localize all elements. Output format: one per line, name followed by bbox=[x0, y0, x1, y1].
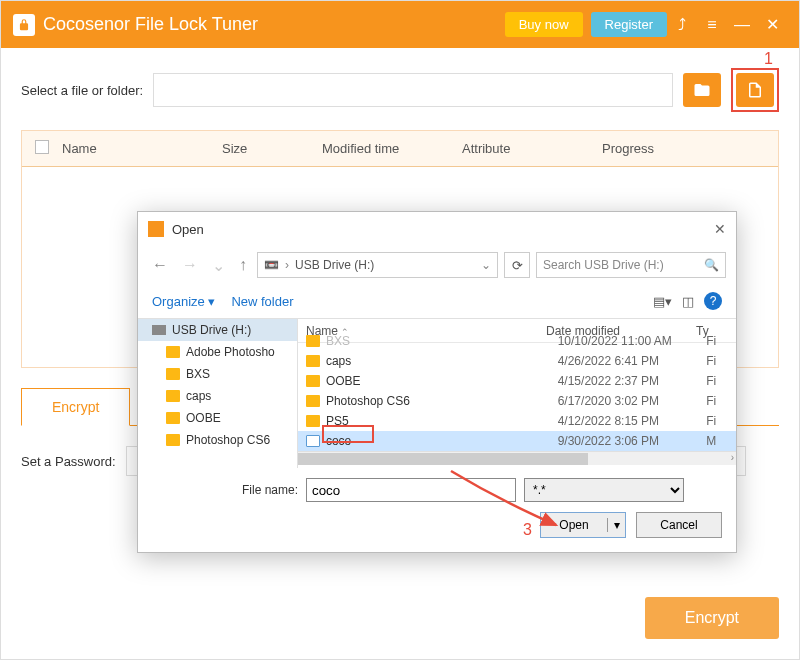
filename-label: File name: bbox=[242, 483, 298, 497]
menu-icon[interactable]: ≡ bbox=[697, 16, 727, 34]
tree-node[interactable]: USB Drive (H:) bbox=[138, 319, 297, 341]
dialog-close-icon[interactable]: ✕ bbox=[714, 221, 726, 237]
path-input[interactable] bbox=[153, 73, 673, 107]
file-row[interactable]: OOBE4/15/2022 2:37 PMFi bbox=[298, 371, 736, 391]
open-dialog: Open ✕ ← → ⌄ ↑ 📼› USB Drive (H:) ⌄ ⟳ Sea… bbox=[137, 211, 737, 553]
tree-node[interactable]: BXS bbox=[138, 363, 297, 385]
new-folder-button[interactable]: New folder bbox=[231, 294, 293, 309]
breadcrumb[interactable]: 📼› USB Drive (H:) ⌄ bbox=[257, 252, 498, 278]
dialog-icon bbox=[148, 221, 164, 237]
file-row[interactable]: coco9/30/2022 3:06 PMM bbox=[298, 431, 736, 451]
register-button[interactable]: Register bbox=[591, 12, 667, 37]
col-progress[interactable]: Progress bbox=[602, 141, 778, 156]
col-name[interactable]: Name bbox=[62, 141, 222, 156]
annotation-1: 1 bbox=[764, 50, 773, 68]
browse-file-highlight: 1 bbox=[731, 68, 779, 112]
search-input[interactable]: Search USB Drive (H:)🔍 bbox=[536, 252, 726, 278]
browse-folder-button[interactable] bbox=[683, 73, 721, 107]
tree-node[interactable]: caps bbox=[138, 385, 297, 407]
minimize-icon[interactable]: — bbox=[727, 16, 757, 34]
search-icon: 🔍 bbox=[704, 258, 719, 272]
buy-now-button[interactable]: Buy now bbox=[505, 12, 583, 37]
crumb-drive[interactable]: USB Drive (H:) bbox=[295, 258, 374, 272]
help-icon[interactable]: ? bbox=[704, 292, 722, 310]
file-row[interactable]: Photoshop CS66/17/2020 3:02 PMFi bbox=[298, 391, 736, 411]
tree-node[interactable]: Adobe Photosho bbox=[138, 341, 297, 363]
file-row[interactable]: caps4/26/2022 6:41 PMFi bbox=[298, 351, 736, 371]
browse-file-button[interactable] bbox=[736, 73, 774, 107]
nav-forward-icon[interactable]: → bbox=[178, 256, 202, 274]
organize-menu[interactable]: Organize ▾ bbox=[152, 294, 215, 309]
close-icon[interactable]: ✕ bbox=[757, 15, 787, 34]
tab-encrypt[interactable]: Encrypt bbox=[21, 388, 130, 426]
app-title: Cocosenor File Lock Tuner bbox=[43, 14, 497, 35]
encrypt-button[interactable]: Encrypt bbox=[645, 597, 779, 639]
app-logo bbox=[13, 14, 35, 36]
select-label: Select a file or folder: bbox=[21, 83, 143, 98]
file-row[interactable]: PS54/12/2022 8:15 PMFi bbox=[298, 411, 736, 431]
file-list[interactable]: Name ⌃ Date modified Ty BXS10/10/2022 11… bbox=[298, 319, 736, 468]
col-attribute[interactable]: Attribute bbox=[462, 141, 602, 156]
cancel-button[interactable]: Cancel bbox=[636, 512, 722, 538]
share-icon[interactable]: ⤴ bbox=[667, 16, 697, 34]
filter-select[interactable]: *.* bbox=[524, 478, 684, 502]
open-dropdown-icon[interactable]: ▾ bbox=[607, 518, 625, 532]
refresh-icon[interactable]: ⟳ bbox=[504, 252, 530, 278]
col-modified[interactable]: Modified time bbox=[322, 141, 462, 156]
nav-recent-icon[interactable]: ⌄ bbox=[208, 256, 229, 275]
open-button[interactable]: Open▾ bbox=[540, 512, 626, 538]
col-size[interactable]: Size bbox=[222, 141, 322, 156]
tree-node[interactable]: Photoshop CS6 bbox=[138, 429, 297, 451]
preview-icon[interactable]: ◫ bbox=[682, 294, 694, 309]
annotation-3: 3 bbox=[523, 521, 532, 539]
file-row[interactable]: BXS10/10/2022 11:00 AMFi bbox=[298, 331, 736, 351]
titlebar: Cocosenor File Lock Tuner Buy now Regist… bbox=[1, 1, 799, 48]
filename-input[interactable] bbox=[306, 478, 516, 502]
nav-up-icon[interactable]: ↑ bbox=[235, 256, 251, 274]
tree-node[interactable]: OOBE bbox=[138, 407, 297, 429]
select-all-checkbox[interactable] bbox=[35, 140, 49, 154]
view-icon[interactable]: ▤▾ bbox=[653, 294, 672, 309]
scrollbar-thumb[interactable] bbox=[298, 453, 588, 465]
nav-back-icon[interactable]: ← bbox=[148, 256, 172, 274]
horizontal-scrollbar[interactable]: › bbox=[298, 451, 736, 465]
dialog-title: Open bbox=[172, 222, 204, 237]
folder-tree[interactable]: USB Drive (H:)Adobe PhotoshoBXScapsOOBEP… bbox=[138, 319, 298, 468]
password-label: Set a Password: bbox=[21, 454, 116, 469]
